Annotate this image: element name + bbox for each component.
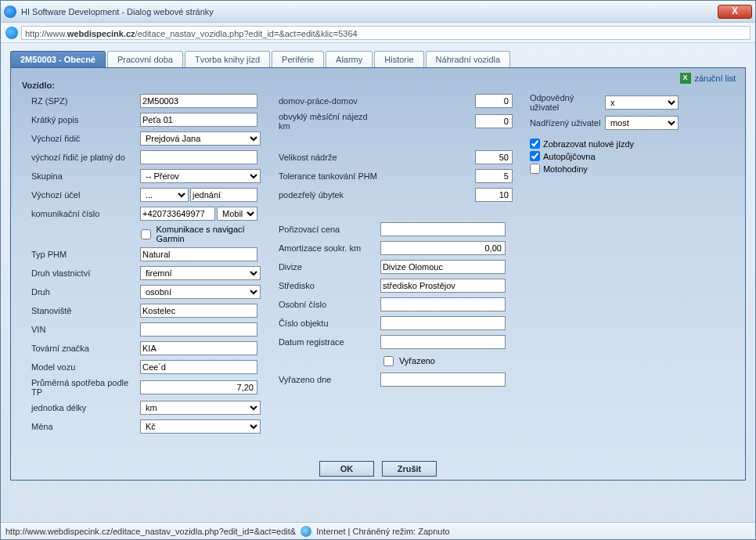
unit-label: jednotka délky [19,403,140,412]
tank-input[interactable] [475,150,513,164]
currency-select[interactable]: Kč [140,419,261,434]
tab-pracovni-doba[interactable]: Pracovní doba [107,51,183,68]
kind-select[interactable]: osobní [140,285,261,299]
sup-label: Nadřízený uživatel [519,118,605,128]
ie-icon [4,5,16,18]
tab-strip: 2M50003 - Obecné Pracovní doba Tvorba kn… [10,51,746,68]
driver-until-label: výchozí řidič je platný do [19,153,140,162]
content-area: 2M50003 - Obecné Pracovní doba Tvorba kn… [1,43,755,513]
garmin-checkbox[interactable] [141,229,151,239]
reg-input[interactable] [380,335,506,349]
discard-checkbox[interactable] [383,356,394,366]
unit-select[interactable]: km [140,401,261,415]
warranty-link[interactable]: záruční list [680,73,736,84]
column-middle: domov-práce-domov obvyklý měsíční nájezd… [279,93,513,391]
pnum-label: Osobní číslo [279,300,380,309]
purpose-input[interactable] [190,188,257,202]
address-bar: http://www.webdispecink.cz/editace_nasta… [1,23,755,43]
ie-icon [5,27,18,39]
button-row: OK Zrušit [19,461,737,477]
susp-input[interactable] [475,188,513,202]
center-label: Středisko [279,281,380,290]
rental-checkbox[interactable] [530,151,540,161]
driver-until-input[interactable] [140,150,257,164]
reg-label: Datum registrace [279,337,380,347]
monthly-label: obvyklý měsíční nájezd km [279,112,380,131]
ok-button[interactable]: OK [319,461,374,477]
center-input[interactable] [380,279,506,293]
comm-input[interactable] [140,207,215,221]
close-button[interactable]: X [718,5,752,19]
currency-label: Měna [19,422,140,431]
hwh-input[interactable] [475,94,513,108]
show-zero-checkbox[interactable] [530,139,540,149]
sup-select[interactable]: most [605,116,679,130]
comm-type-select[interactable]: Mobil [217,207,257,221]
kind-label: Druh [19,287,140,297]
objnum-label: Číslo objektu [279,319,380,328]
phm-label: Typ PHM [19,250,140,259]
vin-input[interactable] [140,322,257,337]
dialog-window: HI Software Development - Dialog webové … [0,0,756,540]
group-select[interactable]: -- Přerov [140,169,261,183]
status-url: http://www.webdispecink.cz/editace_nasta… [5,527,296,536]
price-input[interactable] [380,222,506,236]
status-zone: Internet | Chráněný režim: Zapnuto [316,527,449,536]
resp-select[interactable]: x [605,95,679,110]
column-left: RZ (SPZ) Krátký popis Výchozí řidič Prej… [19,93,272,437]
globe-icon [301,526,311,537]
discard-date-input[interactable] [380,373,506,387]
cons-label: Průměrná spotřeba podle TP [19,378,140,397]
motohours-checkbox[interactable] [530,164,540,174]
tab-historie[interactable]: Historie [374,51,423,68]
resp-label: Odpovědný uživatel [519,93,605,112]
form-panel: záruční list Vozidlo: RZ (SPZ) Krátký po… [10,67,746,481]
short-input[interactable] [140,113,257,127]
show-zero-label: Zobrazovat nulové jízdy [543,139,634,149]
tab-periferie[interactable]: Periférie [272,51,324,68]
tab-kniha-jizd[interactable]: Tvorba knihy jízd [185,51,270,68]
hwh-label: domov-práce-domov [279,96,380,106]
column-right: Odpovědný uživatel x Nadřízený uživatel … [519,93,737,176]
pnum-input[interactable] [380,297,506,311]
motohours-label: Motohodiny [543,164,588,174]
model-input[interactable] [140,360,257,374]
phm-input[interactable] [140,247,257,261]
discard-label: Vyřazeno [399,356,435,365]
owner-select[interactable]: firemní [140,266,261,280]
driver-select[interactable]: Prejdová Jana [140,131,261,146]
tab-nahradni[interactable]: Náhradní vozidla [426,51,511,68]
price-label: Pořizovací cena [279,225,380,234]
window-title: HI Software Development - Dialog webové … [21,7,214,16]
tab-obecne[interactable]: 2M50003 - Obecné [10,51,106,68]
rental-label: Autopůjčovna [543,152,596,161]
station-label: Stanoviště [19,306,140,315]
model-label: Model vozu [19,362,140,372]
rz-label: RZ (SPZ) [19,96,140,106]
vin-label: VIN [19,325,140,334]
titlebar: HI Software Development - Dialog webové … [1,1,755,23]
section-vehicle-title: Vozidlo: [22,81,737,90]
tol-input[interactable] [475,169,513,183]
url-field[interactable]: http://www.webdispecink.cz/editace_nasta… [21,26,751,40]
purpose-select[interactable]: ... [140,188,189,202]
owner-label: Druh vlastnictví [19,268,140,278]
tank-label: Velikost nádrže [279,153,380,162]
monthly-input[interactable] [475,114,513,128]
rz-input[interactable] [140,94,257,108]
short-label: Krátký popis [19,115,140,124]
garmin-label: Komunikace s navigací Garmin [157,225,272,243]
tab-alarmy[interactable]: Alarmy [326,51,373,68]
cons-input[interactable] [140,380,257,394]
objnum-input[interactable] [380,316,506,330]
cancel-button[interactable]: Zrušit [382,461,437,477]
station-input[interactable] [140,304,257,318]
status-bar: http://www.webdispecink.cz/editace_nasta… [1,522,755,539]
brand-label: Tovární značka [19,344,140,353]
amort-input[interactable] [380,241,506,255]
div-input[interactable] [380,260,506,274]
brand-input[interactable] [140,341,257,355]
discard-date-label: Vyřazeno dne [279,375,380,384]
purpose-label: Výchozí účel [19,190,140,200]
xls-icon [680,73,691,84]
